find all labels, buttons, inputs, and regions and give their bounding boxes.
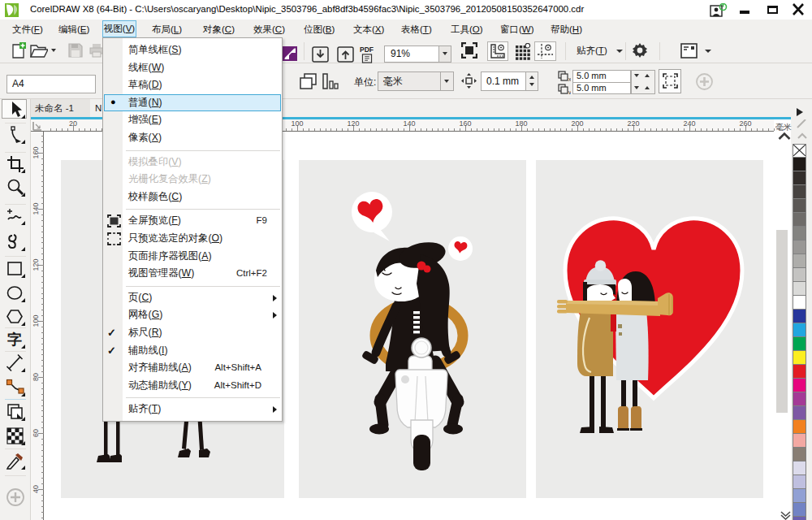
svg-text:x: x: [568, 76, 571, 81]
svg-text:字: 字: [7, 332, 22, 348]
svg-text:y: y: [568, 89, 571, 94]
